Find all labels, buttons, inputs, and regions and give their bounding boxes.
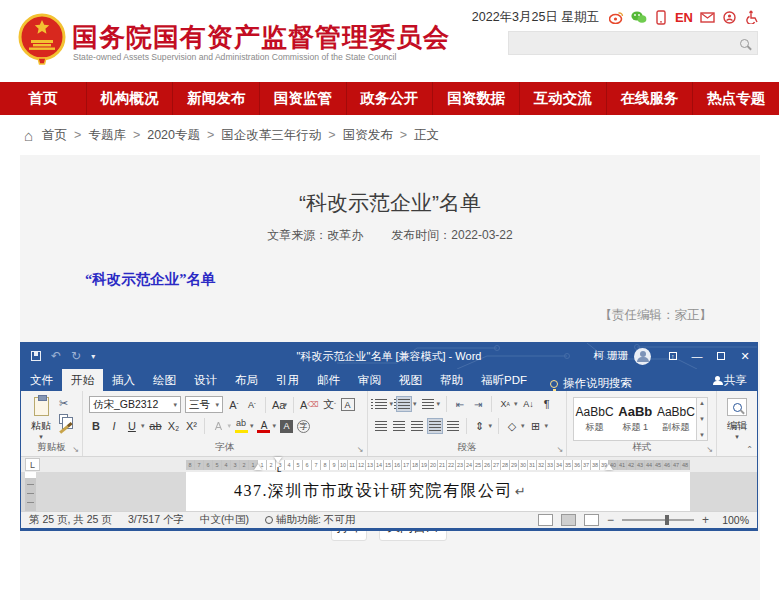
wechat-qr-icon[interactable] <box>721 9 737 25</box>
borders-icon[interactable]: ⊞ <box>529 419 543 433</box>
bullets-icon[interactable] <box>374 397 388 411</box>
document-text-line[interactable]: 437.深圳市市政设计研究院有限公司↵ <box>234 472 526 511</box>
ribbon-tab-引用[interactable]: 引用 <box>267 369 308 391</box>
page-indicator[interactable]: 第 25 页, 共 25 页 <box>29 513 112 527</box>
maximize-button[interactable] <box>709 343 733 369</box>
gallery-more-icon[interactable]: ▼ <box>699 432 705 438</box>
asian-layout-icon[interactable]: XA <box>498 397 512 411</box>
word-count[interactable]: 3/7517 个字 <box>128 513 184 527</box>
nav-item-2[interactable]: 机构概况 <box>87 82 174 115</box>
zoom-in-icon[interactable]: + <box>702 513 709 527</box>
font-size-combo[interactable]: 三号▾ <box>185 396 223 413</box>
nav-item-8[interactable]: 在线服务 <box>607 82 694 115</box>
right-indent-marker[interactable] <box>605 464 613 470</box>
font-color-icon[interactable]: A <box>257 420 270 433</box>
breadcrumb-item-4[interactable]: 国企改革三年行动 <box>221 127 321 144</box>
breadcrumb-item-1[interactable]: 首页 <box>42 127 67 144</box>
character-shading-icon[interactable]: A <box>280 420 293 433</box>
breadcrumb-item-6[interactable]: 正文 <box>414 127 439 144</box>
ribbon-tab-审阅[interactable]: 审阅 <box>349 369 390 391</box>
weibo-icon[interactable] <box>609 9 625 25</box>
attachment-link[interactable]: “科改示范企业”名单 <box>85 270 216 289</box>
mail-icon[interactable] <box>699 9 715 25</box>
strikethrough-icon[interactable]: ab <box>148 419 162 433</box>
vertical-ruler[interactable] <box>25 472 36 511</box>
enclose-characters-icon[interactable]: 字 <box>297 420 310 433</box>
ribbon-tab-福昕PDF[interactable]: 福昕PDF <box>472 369 536 391</box>
minimize-button[interactable]: — <box>685 343 709 369</box>
nav-item-5[interactable]: 政务公开 <box>347 82 434 115</box>
superscript-icon[interactable]: X² <box>184 419 198 433</box>
breadcrumb-item-3[interactable]: 2020专题 <box>147 127 200 144</box>
undo-icon[interactable]: ↶ <box>51 349 61 363</box>
clipboard-dialog-launcher-icon[interactable]: ↘ <box>72 445 79 454</box>
justify-icon[interactable] <box>428 419 442 433</box>
show-marks-icon[interactable]: ¶ <box>540 397 554 411</box>
avatar[interactable] <box>634 348 651 365</box>
edit-button[interactable]: 编辑 ▾ <box>724 398 750 441</box>
document-page[interactable]: 437.深圳市市政设计研究院有限公司↵ <box>186 472 690 511</box>
accessibility-icon[interactable] <box>743 9 759 25</box>
multilevel-list-icon[interactable] <box>421 397 435 411</box>
breadcrumb-item-5[interactable]: 国资发布 <box>343 127 393 144</box>
ribbon-tab-插入[interactable]: 插入 <box>103 369 144 391</box>
copy-icon[interactable] <box>59 414 68 424</box>
nav-item-6[interactable]: 国资数据 <box>433 82 520 115</box>
search-input[interactable] <box>509 32 731 54</box>
shading-icon[interactable]: ◇ <box>505 419 519 433</box>
redo-icon[interactable]: ↻ <box>71 349 81 363</box>
clear-formatting-icon[interactable]: A⌫ <box>300 398 319 412</box>
zoom-slider-thumb[interactable] <box>665 515 669 525</box>
nav-item-4[interactable]: 国资监管 <box>260 82 347 115</box>
nav-item-3[interactable]: 新闻发布 <box>173 82 260 115</box>
print-layout-icon[interactable] <box>561 514 576 526</box>
change-case-icon[interactable]: Aa▾ <box>272 398 287 412</box>
bold-icon[interactable]: B <box>89 419 103 433</box>
line-spacing-icon[interactable]: ⇕ <box>473 419 487 433</box>
phonetic-guide-icon[interactable]: 文˘ <box>323 398 337 412</box>
nav-item-1[interactable]: 首页 <box>0 82 87 115</box>
subscript-icon[interactable]: X₂ <box>166 419 180 433</box>
nav-item-9[interactable]: 热点专题 <box>693 82 779 115</box>
read-mode-icon[interactable] <box>538 514 553 526</box>
italic-icon[interactable]: I <box>107 419 121 433</box>
grow-font-icon[interactable]: Aˆ <box>227 398 241 412</box>
tab-selector[interactable]: L <box>25 458 40 471</box>
style-card-副标题[interactable]: AaBbC副标题 <box>656 398 697 440</box>
underline-icon[interactable]: U <box>125 419 139 433</box>
scroll-up-icon[interactable]: ▲ <box>699 400 705 406</box>
wechat-icon[interactable] <box>631 9 647 25</box>
close-button[interactable]: ✕ <box>733 343 757 369</box>
cut-icon[interactable]: ✂ <box>59 397 69 410</box>
style-card-标题[interactable]: AaBbC标题 <box>574 398 615 440</box>
ribbon-tab-设计[interactable]: 设计 <box>185 369 226 391</box>
align-left-icon[interactable] <box>374 419 388 433</box>
styles-dialog-launcher-icon[interactable]: ↘ <box>706 445 713 454</box>
language-indicator[interactable]: 中文(中国) <box>200 513 249 527</box>
distribute-icon[interactable] <box>446 419 460 433</box>
text-highlight-icon[interactable] <box>235 420 248 433</box>
language-switch[interactable]: EN <box>675 10 693 25</box>
share-button[interactable]: 共享 <box>715 369 747 391</box>
collapse-ribbon-icon[interactable]: ⌃ <box>746 445 753 454</box>
first-line-indent-marker[interactable] <box>274 457 282 463</box>
format-painter-icon[interactable] <box>59 425 69 434</box>
ribbon-tab-视图[interactable]: 视图 <box>390 369 431 391</box>
ribbon-tab-帮助[interactable]: 帮助 <box>431 369 472 391</box>
paste-button[interactable]: 粘贴 ▾ <box>27 397 55 443</box>
ribbon-tab-开始[interactable]: 开始 <box>62 369 103 391</box>
font-dialog-launcher-icon[interactable]: ↘ <box>357 445 364 454</box>
numbering-icon[interactable] <box>397 397 411 411</box>
ribbon-tab-绘图[interactable]: 绘图 <box>144 369 185 391</box>
tell-me-search[interactable]: 操作说明搜索 <box>550 376 632 391</box>
qat-customize-icon[interactable]: ▾ <box>91 352 95 361</box>
web-layout-icon[interactable] <box>584 514 599 526</box>
ribbon-tab-文件[interactable]: 文件 <box>21 369 62 391</box>
ribbon-tab-邮件[interactable]: 邮件 <box>308 369 349 391</box>
text-effects-icon[interactable]: A <box>211 419 225 433</box>
font-name-combo[interactable]: 仿宋_GB2312▾ <box>89 396 181 413</box>
mobile-icon[interactable] <box>653 9 669 25</box>
decrease-indent-icon[interactable]: ⇤ <box>453 397 467 411</box>
save-icon[interactable] <box>31 351 41 361</box>
character-border-icon[interactable]: A <box>341 398 355 411</box>
